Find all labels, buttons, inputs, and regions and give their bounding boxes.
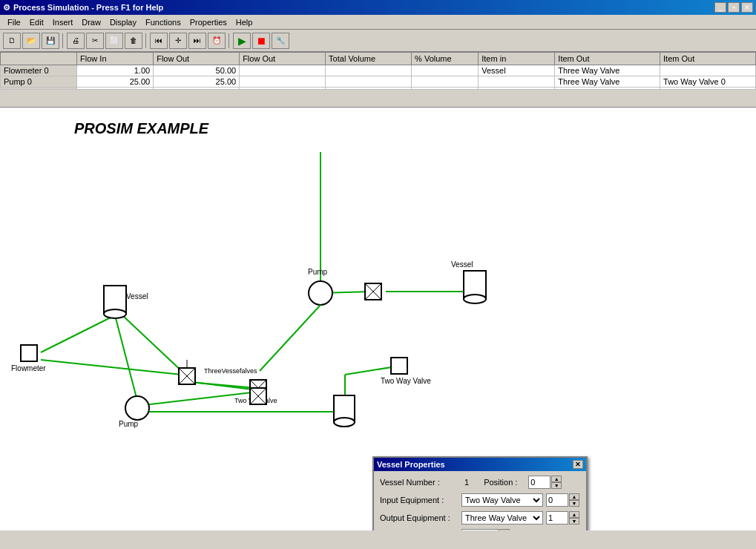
output-spin-group: ▲ ▼ xyxy=(546,511,579,525)
output-equipment-row: Output Equipment : Three Way Valve Two W… xyxy=(380,511,580,525)
toolbar-btn-2[interactable]: 📂 xyxy=(22,33,40,49)
row-flow-in-0: 1.00 xyxy=(77,65,154,76)
col-flow-in: Flow In xyxy=(77,53,154,65)
menu-functions[interactable]: Functions xyxy=(141,17,185,27)
svg-line-3 xyxy=(41,360,182,375)
svg-line-44 xyxy=(260,305,321,371)
svg-point-35 xyxy=(125,396,149,420)
menu-edit[interactable]: Edit xyxy=(25,17,48,27)
input-equipment-select-group: Two Way Valve Three Way Valve Pump Flowm… xyxy=(461,493,579,507)
row-item-out1-1: Three Way Valve xyxy=(555,76,660,88)
svg-point-41 xyxy=(334,418,355,427)
output-flow-spin-up[interactable]: ▲ xyxy=(499,529,510,530)
menu-help[interactable]: Help xyxy=(231,17,257,27)
svg-line-10 xyxy=(137,392,258,406)
window-title: Process Simulation - Press F1 for Help xyxy=(13,3,163,12)
menu-draw[interactable]: Draw xyxy=(77,17,105,27)
output-spin-input[interactable] xyxy=(546,511,568,525)
output-equipment-select-group: Three Way Valve Two Way Valve Pump Flowm… xyxy=(461,511,579,525)
toolbar-btn-9[interactable]: ✛ xyxy=(169,33,187,49)
vessel-number-value: 1 xyxy=(464,478,469,487)
toolbar: 🗋 📂 💾 🖨 ✂ ⬜ 🗑 ⏮ ✛ ⏭ ⏰ ▶ ⏹ 🔧 xyxy=(0,30,756,52)
row-item-out2-0 xyxy=(660,65,756,76)
output-flow-input[interactable] xyxy=(461,529,499,530)
input-spin-group: ▲ ▼ xyxy=(546,493,579,507)
svg-line-23 xyxy=(365,283,381,300)
close-btn[interactable]: ✕ xyxy=(741,2,753,13)
col-pct-vol: % Volume xyxy=(412,53,479,65)
row-pct-1 xyxy=(412,76,479,88)
menu-insert[interactable]: Insert xyxy=(48,17,78,27)
row-total-0 xyxy=(326,65,412,76)
position-label: Position : xyxy=(484,478,528,487)
table-row: Flowmeter 0 1.00 50.00 Vessel Three Way … xyxy=(1,65,756,76)
toolbar-btn-8[interactable]: ⏮ xyxy=(150,33,168,49)
toolbar-btn-7[interactable]: 🗑 xyxy=(125,33,142,49)
output-equipment-select[interactable]: Three Way Valve Two Way Valve Pump Flowm… xyxy=(461,511,543,525)
table-row: Pump 0 25.00 25.00 Three Way Valve Two W… xyxy=(1,76,756,88)
toolbar-btn-print[interactable]: 🖨 xyxy=(67,33,85,49)
col-name xyxy=(1,53,77,65)
svg-rect-40 xyxy=(334,395,355,422)
menu-properties[interactable]: Properties xyxy=(185,17,231,27)
toolbar-btn-10[interactable]: ⏭ xyxy=(188,33,206,49)
output-flow-row: Output Flow : ▲ ▼ xyxy=(380,529,580,530)
toolbar-btn-last[interactable]: 🔧 xyxy=(272,33,289,49)
col-item-out1: Item Out xyxy=(555,53,660,65)
menu-bar: File Edit Insert Draw Display Functions … xyxy=(0,15,756,30)
modal-overlay: Vessel Properties ✕ Vessel Number : 1 Po… xyxy=(0,108,756,530)
position-spin-down[interactable]: ▼ xyxy=(551,482,562,489)
input-equipment-label: Input Equipment : xyxy=(380,496,461,504)
svg-rect-33 xyxy=(21,345,37,361)
row-item-in-1 xyxy=(479,76,555,88)
svg-text:Flowmeter: Flowmeter xyxy=(11,364,46,372)
svg-rect-42 xyxy=(391,358,407,374)
canvas-area: Vessel Vessel Pump ThreeVessefalves Two … xyxy=(0,108,756,530)
toolbar-btn-stop[interactable]: ⏹ xyxy=(252,33,270,49)
svg-line-39 xyxy=(250,388,266,404)
maximize-btn[interactable]: ▪ xyxy=(728,2,740,13)
vessel-number-label: Vessel Number : xyxy=(380,478,461,487)
svg-rect-21 xyxy=(365,283,381,300)
position-spin-up[interactable]: ▲ xyxy=(551,476,562,482)
svg-line-5 xyxy=(321,292,371,293)
input-spin-down[interactable]: ▼ xyxy=(569,500,579,507)
row-name-1: Pump 0 xyxy=(1,76,77,88)
toolbar-btn-3[interactable]: 💾 xyxy=(42,33,59,49)
svg-point-14 xyxy=(104,309,126,318)
row-item-in-0: Vessel xyxy=(479,65,555,76)
table-row xyxy=(1,88,756,90)
toolbar-btn-5[interactable]: ✂ xyxy=(86,33,104,49)
col-item-out2: Item Out xyxy=(660,53,756,65)
toolbar-btn-green[interactable]: ▶ xyxy=(233,33,251,49)
row-total-1 xyxy=(326,76,412,88)
col-total-vol: Total Volume xyxy=(326,53,412,65)
menu-file[interactable]: File xyxy=(3,17,25,27)
output-flow-spin-btns: ▲ ▼ xyxy=(499,529,510,530)
toolbar-btn-6[interactable]: ⬜ xyxy=(105,33,123,49)
svg-text:Two Way Valve: Two Way Valve xyxy=(381,377,431,385)
modal-close-btn[interactable]: ✕ xyxy=(573,460,583,469)
output-spin-down[interactable]: ▼ xyxy=(569,518,579,525)
modal-body: Vessel Number : 1 Position : ▲ ▼ Input E… xyxy=(374,471,586,530)
svg-line-38 xyxy=(250,388,266,404)
position-spin-btns: ▲ ▼ xyxy=(551,476,562,489)
menu-display[interactable]: Display xyxy=(105,17,141,27)
position-input[interactable] xyxy=(528,476,550,489)
svg-rect-16 xyxy=(464,271,486,299)
modal-title-bar[interactable]: Vessel Properties ✕ xyxy=(374,458,586,471)
toolbar-btn-11[interactable]: ⏰ xyxy=(208,33,226,49)
input-equipment-select[interactable]: Two Way Valve Three Way Valve Pump Flowm… xyxy=(461,493,543,507)
output-spin-up[interactable]: ▲ xyxy=(569,511,579,518)
row-item-out2-1: Two Way Valve 0 xyxy=(660,76,756,88)
position-spin[interactable]: ▲ ▼ xyxy=(528,476,562,489)
col-flow-out2: Flow Out xyxy=(240,53,326,65)
col-flow-out1: Flow Out xyxy=(154,53,240,65)
svg-text:ThreeVessefalves: ThreeVessefalves xyxy=(204,367,257,375)
toolbar-btn-1[interactable]: 🗋 xyxy=(3,33,21,49)
input-spin-up[interactable]: ▲ xyxy=(569,493,579,500)
minimize-btn[interactable]: _ xyxy=(714,2,726,13)
svg-rect-24 xyxy=(179,368,195,384)
svg-line-4 xyxy=(193,382,252,389)
input-spin-input[interactable] xyxy=(546,493,568,507)
